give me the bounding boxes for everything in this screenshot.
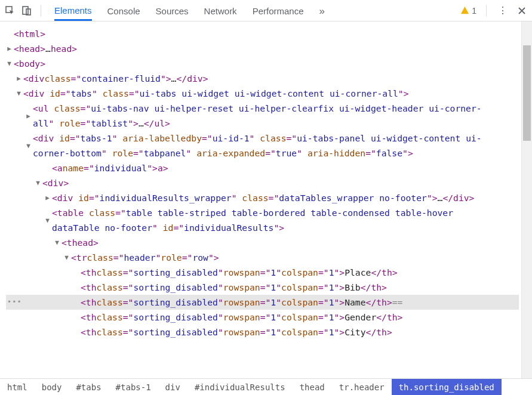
equality-marker: == [392,295,403,310]
tab-console[interactable]: Console [107,1,140,20]
dom-node-th[interactable]: <th class="sorting_disabled" rowspan="1"… [6,310,519,325]
inspect-element-icon[interactable] [4,4,17,17]
dom-node[interactable]: ▼<tr class="header" role="row"> [6,250,519,265]
dom-node[interactable]: ▶<ul class="ui-tabs-nav ui-helper-reset … [6,101,519,131]
warnings-badge[interactable]: 1 [460,6,476,16]
tab-performance[interactable]: Performance [253,1,304,20]
svg-rect-1 [23,7,28,14]
close-icon[interactable] [515,4,528,17]
tab-sources[interactable]: Sources [156,1,189,20]
dom-node[interactable]: <html> [6,26,519,41]
selected-node-gutter-icon: ••• [6,295,22,310]
devtools-toolbar: Elements Console Sources Network Perform… [0,0,532,21]
dom-node-th[interactable]: <th class="sorting_disabled" rowspan="1"… [6,265,519,280]
dom-node[interactable]: ▶<head>…head> [6,41,519,56]
breadcrumb-item[interactable]: html [0,379,35,395]
scrollbar-thumb[interactable] [523,45,531,141]
devtools-tabs: Elements Console Sources Network Perform… [48,1,457,21]
dom-node[interactable]: <a name="individual">a> [6,161,519,175]
warnings-count: 1 [472,6,476,16]
dom-breadcrumb: htmlbody#tabs#tabs-1div#individualResult… [0,378,532,395]
warning-icon [460,6,469,15]
toolbar-separator [41,5,41,17]
breadcrumb-item[interactable]: div [158,379,187,395]
dom-node-th[interactable]: <th class="sorting_disabled" rowspan="1"… [6,280,519,295]
breadcrumb-item[interactable]: body [35,379,69,395]
dom-node[interactable]: ▼<div id="tabs-1" aria-labelledby="ui-id… [6,131,519,161]
dom-node[interactable]: ▼<table class="table table-striped table… [6,205,519,235]
dom-tree[interactable]: <html>▶<head>…head>▼<body>▶<div class="c… [0,21,521,378]
breadcrumb-item[interactable]: tr.header [332,379,392,395]
breadcrumb-item[interactable]: th.sorting_disabled [392,379,502,395]
breadcrumb-item[interactable]: thead [293,379,332,395]
toolbar-separator [486,5,487,17]
dom-node[interactable]: ▶<div id="individualResults_wrapper" cla… [6,190,519,205]
dom-node[interactable]: ▼<div> [6,175,519,190]
dom-node[interactable]: ▼<thead> [6,235,519,250]
tabs-overflow[interactable]: » [319,1,325,21]
tab-elements[interactable]: Elements [54,1,92,21]
toolbar-right: 1 ⋮ [460,4,528,17]
dom-node-th[interactable]: •••<th class="sorting_disabled" rowspan=… [6,295,519,310]
dom-node[interactable]: ▼<body> [6,56,519,71]
device-toolbar-icon[interactable] [20,4,33,17]
breadcrumb-item[interactable]: #individualResults [187,379,293,395]
dom-node[interactable]: ▶<div class="container-fluid">…</div> [6,71,519,86]
vertical-scrollbar[interactable] [521,21,532,378]
breadcrumb-item[interactable]: #tabs-1 [109,379,158,395]
kebab-menu-icon[interactable]: ⋮ [496,4,509,17]
dom-node[interactable]: ▼<div id="tabs" class="ui-tabs ui-widget… [6,86,519,101]
breadcrumb-item[interactable]: #tabs [69,379,108,395]
elements-panel: <html>▶<head>…head>▼<body>▶<div class="c… [0,21,532,378]
dom-node-th[interactable]: <th class="sorting_disabled" rowspan="1"… [6,325,519,340]
tab-network[interactable]: Network [204,1,237,20]
